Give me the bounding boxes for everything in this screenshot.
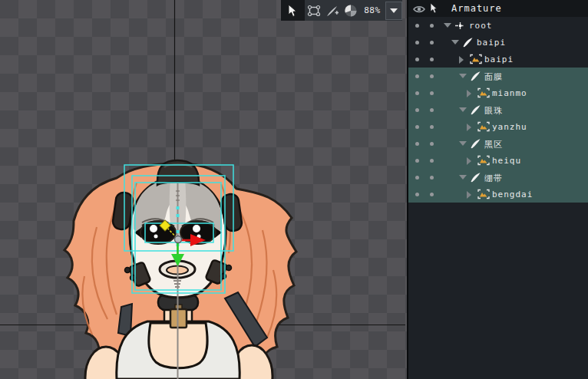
tree-row-label: bengdai	[492, 190, 533, 199]
root-node-icon	[454, 20, 466, 31]
armature-hierarchy-panel: Armature root ba	[407, 0, 588, 379]
chevron-down-icon[interactable]	[459, 141, 467, 146]
visibility-dot[interactable]	[415, 58, 419, 61]
tree-row-heiqu-image[interactable]: heiqu	[408, 152, 588, 169]
tree-row-label: yanzhu	[492, 122, 527, 132]
lock-dot[interactable]	[430, 91, 434, 95]
rotation-tool-button[interactable]	[342, 0, 360, 21]
tree-row-label: root	[469, 21, 493, 31]
transform-handles-icon	[307, 4, 321, 18]
image-icon	[477, 155, 490, 166]
lock-dot[interactable]	[430, 159, 434, 163]
tree-row-label: heiqu	[492, 156, 521, 166]
panel-header: Armature	[408, 0, 588, 17]
tree-row-yanzhu-image[interactable]: yanzhu	[408, 118, 588, 135]
tree-row-bengdai-image[interactable]: bengdai	[408, 186, 588, 203]
lock-dot[interactable]	[430, 125, 434, 129]
image-icon	[477, 87, 490, 98]
transform-tool-button[interactable]	[305, 0, 323, 21]
chevron-right-icon[interactable]	[467, 157, 471, 165]
visibility-dot[interactable]	[415, 193, 419, 196]
chevron-down-icon[interactable]	[451, 40, 459, 44]
toolbar-dropdown-button[interactable]	[385, 2, 402, 20]
lock-dot[interactable]	[430, 58, 434, 61]
chevron-right-icon[interactable]	[459, 56, 464, 64]
visibility-dot[interactable]	[415, 142, 419, 146]
visibility-dot[interactable]	[415, 24, 419, 28]
image-icon	[470, 54, 482, 64]
panel-title: Armature	[451, 3, 502, 14]
lock-dot[interactable]	[430, 108, 434, 112]
pie-circle-icon	[344, 4, 358, 18]
tree-row-label: 眼珠	[484, 105, 503, 117]
mesh-icon	[470, 172, 481, 183]
gizmo-center-handle[interactable]	[175, 236, 182, 243]
tree-row-label: 面膜	[484, 71, 503, 83]
tree-row-root[interactable]: root	[408, 17, 588, 34]
chevron-down-icon[interactable]	[444, 23, 451, 28]
chevron-right-icon[interactable]	[467, 90, 471, 97]
app-window: 88% Armature	[0, 0, 588, 379]
create-bone-tool-button[interactable]	[323, 0, 342, 21]
visibility-dot[interactable]	[415, 108, 419, 112]
visibility-dot[interactable]	[415, 125, 419, 129]
zoom-level-label: 88%	[360, 5, 385, 15]
select-tool-button[interactable]	[281, 0, 305, 21]
eye-icon[interactable]	[413, 5, 425, 14]
lock-dot[interactable]	[430, 176, 434, 180]
cursor-icon	[286, 4, 299, 18]
tree-row-bengdai-mesh[interactable]: 绷带	[408, 169, 588, 186]
chevron-right-icon[interactable]	[467, 124, 471, 131]
image-icon	[477, 189, 490, 199]
tree-row-label: 黑区	[484, 139, 503, 150]
tree-row-heiqu-mesh[interactable]: 黑区	[408, 135, 588, 152]
cursor-icon[interactable]	[429, 2, 439, 15]
hierarchy-tree: root baipi baipi	[408, 17, 588, 203]
image-icon	[477, 121, 490, 132]
lock-dot[interactable]	[430, 74, 434, 78]
visibility-dot[interactable]	[415, 159, 419, 163]
tree-row-label: baipi	[477, 38, 506, 48]
pen-add-icon	[325, 4, 339, 18]
chevron-down-icon[interactable]	[459, 74, 467, 78]
lock-dot[interactable]	[430, 24, 434, 28]
mesh-icon	[470, 138, 481, 150]
mesh-icon	[470, 104, 481, 116]
tree-row-mianmo-mesh[interactable]: 面膜	[408, 68, 588, 84]
lock-dot[interactable]	[430, 142, 434, 146]
mesh-icon	[462, 37, 474, 48]
character-canvas[interactable]	[0, 0, 407, 379]
tree-row-baipi-image[interactable]: baipi	[408, 51, 588, 68]
tree-row-label: 绷带	[484, 173, 503, 184]
chevron-down-icon	[390, 8, 398, 13]
visibility-dot[interactable]	[415, 91, 419, 95]
tree-row-baipi-mesh[interactable]: baipi	[408, 34, 588, 51]
lock-dot[interactable]	[430, 193, 434, 196]
lock-dot[interactable]	[430, 41, 434, 44]
viewport-toolbar: 88%	[281, 0, 402, 21]
mesh-icon	[470, 71, 481, 82]
tree-row-label: mianmo	[492, 88, 527, 98]
chevron-right-icon[interactable]	[467, 191, 471, 199]
chevron-down-icon[interactable]	[459, 107, 467, 112]
scene-viewport[interactable]: 88%	[0, 0, 407, 379]
tree-row-label: baipi	[484, 54, 514, 64]
visibility-dot[interactable]	[415, 176, 419, 180]
tree-row-yanzhu-mesh[interactable]: 眼珠	[408, 101, 588, 118]
visibility-dot[interactable]	[415, 74, 419, 78]
chevron-down-icon[interactable]	[459, 175, 467, 180]
visibility-dot[interactable]	[415, 41, 419, 44]
tree-row-mianmo-image[interactable]: mianmo	[408, 84, 588, 101]
